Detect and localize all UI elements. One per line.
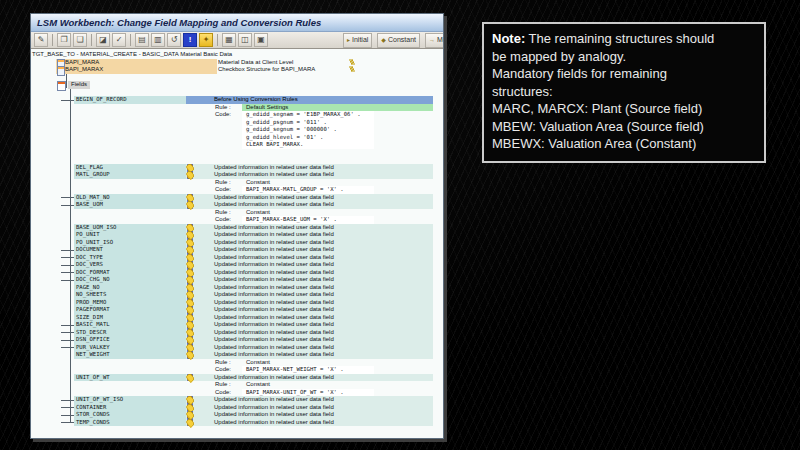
blank-row <box>31 156 443 164</box>
initial-button[interactable]: ▸Initial <box>343 33 372 48</box>
code-label: Code: <box>215 366 231 374</box>
field-row: PAGE_NO!Updated information in related u… <box>31 284 443 292</box>
field-row: NO_SHEETS!Updated information in related… <box>31 291 443 299</box>
field-name[interactable]: DEL_FLAG <box>76 164 103 172</box>
field-desc: Updated information in related user data… <box>214 404 334 412</box>
edit-pencil-icon[interactable]: ✎ <box>34 33 48 47</box>
fields-row: Fields <box>31 81 443 89</box>
field-row: OLD_MAT_NO!Updated information in relate… <box>31 194 443 202</box>
field-row: STOR_CONDS!Updated information in relate… <box>31 411 443 419</box>
app-toolbar: ✎❐❏◪✓▤▥↺!✦▦◫▣▸Initial◆Constant→Move <box>31 32 443 49</box>
field-row: BASIC_MATL!Updated information in relate… <box>31 321 443 329</box>
field-name[interactable]: PO_UNIT <box>76 231 100 239</box>
toolbar-separator <box>91 34 92 46</box>
field-desc: Updated information in related user data… <box>214 344 334 352</box>
field-name[interactable]: DOCUMENT <box>76 246 103 254</box>
field-desc: Updated information in related user data… <box>214 224 334 232</box>
field-name[interactable]: DOC_TYPE <box>76 254 103 262</box>
paste-icon[interactable]: ❏ <box>73 33 87 47</box>
window-titlebar[interactable]: LSM Workbench: Change Field Mapping and … <box>31 14 443 32</box>
field-name[interactable]: BASE_UOM <box>76 201 103 209</box>
field-name[interactable]: PROD_MEMO <box>76 299 106 307</box>
field-name[interactable]: STD_DESCR <box>76 329 106 337</box>
source-fields-icon[interactable]: ▤ <box>135 33 149 47</box>
code-text[interactable]: g_edidd_hlevel = '01' . <box>246 134 323 142</box>
field-name[interactable]: OLD_MAT_NO <box>76 194 110 202</box>
code-row: Code:BAPI_MARAX-UNIT_OF_WT = 'X' . <box>31 389 443 397</box>
field-name[interactable]: BASE_UOM_ISO <box>76 224 116 232</box>
field-name[interactable]: BASIC_MATL <box>76 321 110 329</box>
split-view-icon[interactable]: ◫ <box>238 33 252 47</box>
rule-value[interactable]: Constant <box>246 359 270 367</box>
rule-value[interactable]: Constant <box>246 381 270 389</box>
field-name[interactable]: NET_WEIGHT <box>76 351 110 359</box>
field-desc: Updated information in related user data… <box>214 231 334 239</box>
field-name[interactable]: BEGIN_OF_RECORD <box>76 96 127 104</box>
field-row: PAGEFORMAT!Updated information in relate… <box>31 306 443 314</box>
field-desc: Updated information in related user data… <box>214 276 334 284</box>
blank-row <box>31 89 443 97</box>
struct-row: BAPI_MARAMaterial Data at Client Level <box>31 59 443 67</box>
note-line: MBEW: Valuation Area (Source field) <box>492 118 756 136</box>
change-rule-icon[interactable] <box>348 66 356 74</box>
field-desc: Before Using Conversion Rules <box>214 96 298 104</box>
field-row: DOC_TYPE!Updated information in related … <box>31 254 443 262</box>
rule-value[interactable]: Constant <box>246 179 270 187</box>
field-name[interactable]: PUR_VALKEY <box>76 344 110 352</box>
refresh-icon[interactable]: ↺ <box>167 33 181 47</box>
field-desc: Updated information in related user data… <box>214 314 334 322</box>
header-row: TGT_BASE_TO - MATERIAL_CREATE - BASIC_DA… <box>31 51 443 59</box>
code-text[interactable]: CLEAR BAPI_MARAX. <box>246 141 303 149</box>
rule-label: Rule : <box>215 209 231 217</box>
field-name[interactable]: DOC_FORMAT <box>76 269 110 277</box>
field-row: MATL_GROUP!Updated information in relate… <box>31 171 443 179</box>
field-row: PROD_MEMO!Updated information in related… <box>31 299 443 307</box>
display-change-icon[interactable]: ◪ <box>96 33 110 47</box>
field-name[interactable]: STOR_CONDS <box>76 411 110 419</box>
struct-row: BAPI_MARAXCheckbox Structure for BAPI_MA… <box>31 66 443 74</box>
bulb-icon[interactable]: ✦ <box>199 33 213 47</box>
rule-label: Rule : <box>215 179 231 187</box>
note-box: Note: The remaining structures should be… <box>482 22 766 163</box>
field-name[interactable]: DSN_OFFICE <box>76 336 110 344</box>
table-view-icon[interactable]: ▦ <box>222 33 236 47</box>
code-text[interactable]: BAPI_MARAX-MATL_GROUP = 'X' . <box>246 186 344 194</box>
field-name[interactable]: UNIT_OF_WT_ISO <box>76 396 123 404</box>
field-name[interactable]: CONTAINER <box>76 404 106 412</box>
field-name[interactable]: UNIT_OF_WT <box>76 374 110 382</box>
move-button[interactable]: →Move <box>425 33 443 48</box>
field-name[interactable]: PAGEFORMAT <box>76 306 110 314</box>
field-name[interactable]: DOC_VERS <box>76 261 103 269</box>
rule-label: Rule : <box>215 381 231 389</box>
field-name[interactable]: NO_SHEETS <box>76 291 106 299</box>
blank-row <box>31 149 443 157</box>
code-text[interactable]: g_edidd_segnum = '000000' . <box>246 126 337 134</box>
info-icon[interactable]: ! <box>183 33 197 47</box>
field-name[interactable]: TEMP_CONDS <box>76 419 110 427</box>
fields-node-label[interactable]: Fields <box>68 81 90 89</box>
check-icon[interactable]: ✓ <box>112 33 126 47</box>
field-desc: Updated information in related user data… <box>214 201 334 209</box>
code-text[interactable]: g_edidd_segnam = 'E1BP_MARAX_06' . <box>246 111 361 119</box>
rules-list-icon[interactable]: ▥ <box>151 33 165 47</box>
field-name[interactable]: PO_UNIT_ISO <box>76 239 113 247</box>
position-icon[interactable]: ▣ <box>254 33 268 47</box>
code-text[interactable]: BAPI_MARAX-NET_WEIGHT = 'X' . <box>246 366 344 374</box>
field-name[interactable]: MATL_GROUP <box>76 171 110 179</box>
field-desc: Updated information in related user data… <box>214 246 334 254</box>
code-text[interactable]: BAPI_MARAX-UNIT_OF_WT = 'X' . <box>246 389 344 397</box>
field-desc: Updated information in related user data… <box>214 261 334 269</box>
code-text[interactable]: BAPI_MARAX-BASE_UOM = 'X' . <box>246 216 337 224</box>
constant-button[interactable]: ◆Constant <box>377 33 420 48</box>
field-name[interactable]: SIZE_DIM <box>76 314 103 322</box>
code-text[interactable]: g_edidd_psgnum = '011' . <box>246 119 327 127</box>
copy-icon[interactable]: ❐ <box>57 33 71 47</box>
field-name[interactable]: PAGE_NO <box>76 284 100 292</box>
rule-value[interactable]: Constant <box>246 209 270 217</box>
rule-value[interactable]: Default Settings <box>246 104 288 112</box>
field-desc: Updated information in related user data… <box>214 329 334 337</box>
structure-icon <box>57 66 65 76</box>
change-rule-icon[interactable] <box>348 59 356 67</box>
field-name[interactable]: DOC_CHG_NO <box>76 276 110 284</box>
fields-node-icon[interactable] <box>57 81 66 91</box>
